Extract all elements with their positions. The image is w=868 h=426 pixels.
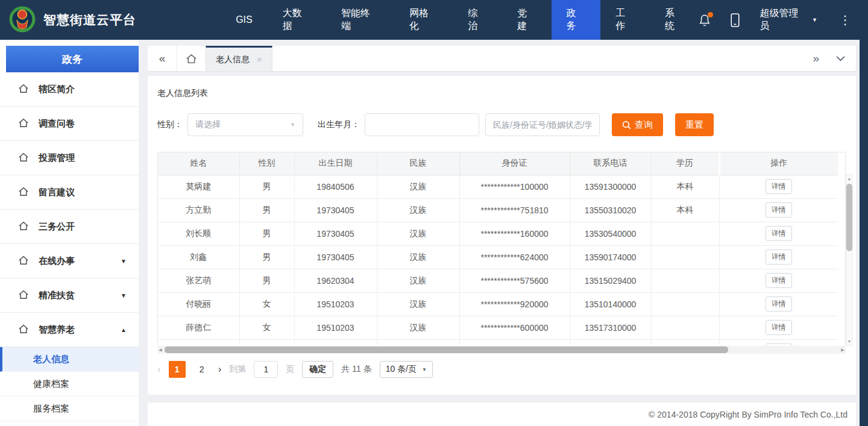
table-cell — [239, 339, 294, 346]
detail-button[interactable]: 详情 — [766, 226, 792, 241]
scroll-right-icon[interactable]: ▶ — [840, 348, 846, 352]
more-menu-icon[interactable]: ⋮ — [837, 13, 854, 27]
prev-page-icon[interactable]: ‹ — [157, 363, 161, 375]
scroll-left-icon[interactable]: ◀ — [157, 348, 163, 352]
home-icon — [18, 187, 29, 196]
column-header-身份证: 身份证 — [459, 152, 570, 175]
nav-item-政务[interactable]: 政务 — [552, 0, 601, 40]
sidebar-item-三务公开[interactable]: 三务公开 — [0, 210, 139, 244]
nav-item-党建[interactable]: 党建 — [502, 0, 552, 40]
vertical-scrollbar[interactable]: ▲ ▼ — [846, 174, 853, 346]
nav-item-综治[interactable]: 综治 — [453, 0, 503, 40]
user-name: 超级管理员 — [760, 7, 807, 33]
detail-button[interactable]: 详情 — [766, 320, 792, 335]
scroll-tabs-right-icon[interactable]: » — [813, 52, 819, 65]
horizontal-scrollbar-thumb[interactable] — [165, 346, 728, 353]
nav-item-智能终端[interactable]: 智能终端 — [326, 0, 394, 40]
gender-select-placeholder: 请选择 — [195, 119, 221, 130]
scroll-down-icon[interactable]: ▼ — [848, 337, 852, 345]
sidebar-item-精准扶贫[interactable]: 精准扶贫▼ — [0, 278, 139, 313]
page-unit-label: 页 — [286, 364, 294, 375]
action-cell: 详情 — [719, 198, 838, 222]
sidebar-menu: 辖区简介调查问卷投票管理留言建议三务公开在线办事▼精准扶贫▼智慧养老▲ — [0, 72, 139, 347]
detail-button[interactable]: 详情 — [766, 179, 792, 194]
detail-button[interactable]: 详情 — [766, 249, 792, 265]
table-cell: 张艺萌 — [158, 269, 239, 292]
sidebar-item-辖区简介[interactable]: 辖区简介 — [0, 72, 139, 107]
table-cell: 刘鑫 — [158, 245, 239, 269]
horizontal-scrollbar[interactable]: ◀ ▶ — [157, 346, 846, 354]
confirm-button[interactable]: 确定 — [302, 361, 333, 378]
table-cell: ************751810 — [459, 198, 570, 222]
detail-button[interactable]: 详情 — [766, 296, 792, 312]
copyright-text: © 2014-2018 CopyRight By SimPro Info Tec… — [649, 410, 848, 419]
tab-elder-info[interactable]: 老人信息 × — [206, 46, 272, 71]
header-right: 超级管理员 ▼ ⋮ — [699, 0, 868, 40]
sidebar-subitem-健康档案[interactable]: 健康档案 — [0, 372, 139, 396]
sidebar-item-调查问卷[interactable]: 调查问卷 — [0, 107, 139, 141]
table-cell: 薛德仁 — [158, 316, 239, 339]
table-cell: 汉族 — [377, 316, 459, 339]
sidebar-item-留言建议[interactable]: 留言建议 — [0, 175, 139, 210]
page-button-2[interactable]: 2 — [193, 361, 210, 378]
nav-item-大数据[interactable]: 大数据 — [268, 0, 326, 40]
column-header-联系电话: 联系电话 — [570, 152, 651, 175]
table-row-partial: 详情 — [158, 339, 838, 346]
detail-button[interactable]: 详情 — [766, 343, 792, 346]
table-cell: ************100000 — [459, 175, 570, 198]
vertical-scrollbar-thumb[interactable] — [846, 184, 852, 251]
per-page-select[interactable]: 10 条/页 ▼ — [380, 361, 433, 378]
notification-bell-icon[interactable] — [699, 13, 711, 27]
home-tab[interactable] — [177, 46, 206, 71]
detail-button[interactable]: 详情 — [766, 273, 792, 288]
tab-options-chevron-icon[interactable] — [836, 55, 845, 61]
gender-select[interactable]: 请选择 ▼ — [187, 113, 303, 136]
sidebar-item-label: 精准扶贫 — [39, 290, 75, 301]
user-menu[interactable]: 超级管理员 ▼ — [760, 7, 817, 33]
nav-item-网格化[interactable]: 网格化 — [394, 0, 453, 40]
detail-button[interactable]: 详情 — [766, 202, 792, 218]
sidebar-subitem-服务档案[interactable]: 服务档案 — [0, 396, 139, 421]
tab-close-icon[interactable]: × — [257, 54, 262, 64]
sidebar-item-投票管理[interactable]: 投票管理 — [0, 141, 139, 175]
home-icon — [18, 324, 29, 334]
table-cell: 19730405 — [294, 198, 377, 222]
brand: 智慧街道云平台 — [0, 0, 221, 40]
goto-page-input[interactable] — [254, 361, 278, 378]
home-icon — [18, 255, 29, 265]
sidebar-item-在线办事[interactable]: 在线办事▼ — [0, 244, 139, 278]
sidebar-subitem-老人信息[interactable]: 老人信息 — [0, 347, 139, 372]
collapse-tabs-icon[interactable]: « — [148, 52, 177, 65]
table-cell — [294, 339, 377, 346]
action-cell: 详情 — [719, 175, 838, 198]
table-cell: 13510140000 — [570, 292, 651, 316]
action-cell: 详情 — [719, 339, 838, 346]
keyword-input[interactable] — [485, 113, 600, 136]
table-cell: ************600000 — [459, 316, 570, 339]
sidebar-item-label: 智慧养老 — [39, 324, 75, 336]
search-button[interactable]: 查询 — [612, 113, 663, 136]
next-page-icon[interactable]: › — [218, 363, 222, 375]
table-cell: 女 — [239, 316, 294, 339]
home-icon — [18, 221, 29, 231]
home-icon — [18, 290, 29, 301]
caret-down-icon: ▼ — [121, 292, 127, 299]
tab-label: 老人信息 — [216, 54, 250, 65]
sidebar-item-label: 投票管理 — [39, 152, 75, 164]
sidebar-item-智慧养老[interactable]: 智慧养老▲ — [0, 313, 139, 347]
reset-button[interactable]: 重置 — [675, 113, 714, 136]
scroll-up-icon[interactable]: ▲ — [848, 175, 852, 183]
nav-item-GIS[interactable]: GIS — [221, 0, 268, 40]
nav-item-工作[interactable]: 工作 — [600, 0, 650, 40]
nav-item-系统[interactable]: 系统 — [650, 0, 699, 40]
table-cell: 付晓丽 — [158, 292, 239, 316]
mobile-phone-icon[interactable] — [730, 13, 740, 28]
table-cell: 刘长顺 — [158, 222, 239, 245]
birth-input[interactable] — [365, 113, 479, 136]
table-cell: 13530540000 — [570, 222, 651, 245]
page-scrollbar[interactable] — [860, 40, 868, 426]
home-icon — [18, 118, 29, 130]
table-cell: 本科 — [651, 198, 719, 222]
page-button-1[interactable]: 1 — [169, 361, 186, 378]
table-cell: 男 — [239, 175, 294, 198]
